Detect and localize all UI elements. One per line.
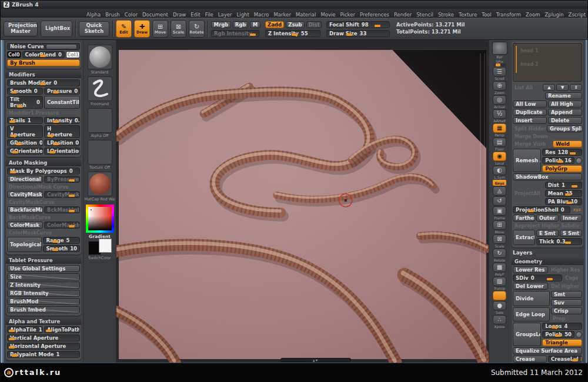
gizmo-rotate-button[interactable]: ↻Rotate <box>493 249 506 262</box>
bckmaskint[interactable]: BckMaskInt <box>44 206 80 213</box>
h-aperture[interactable]: H Aperture <box>44 125 80 138</box>
size[interactable]: Size <box>7 273 80 280</box>
projection-master-button[interactable]: Projection Master <box>4 21 38 36</box>
smooth-toggles-row[interactable]: E SmtS Smt <box>536 230 582 237</box>
scroll-button[interactable]: ☰Scroll <box>493 67 506 81</box>
scale-mode-button[interactable]: ⊠Scale <box>171 20 186 38</box>
v-aperture[interactable]: V Aperture <box>7 125 43 138</box>
texture-off-thumbnail[interactable] <box>88 140 112 165</box>
menu-texture[interactable]: Texture <box>459 12 477 18</box>
alphatile[interactable]: AlphaTile1 <box>7 326 43 333</box>
subtool-up-button[interactable]: ▲ <box>543 84 555 91</box>
grouploops-options[interactable]: Loops4Polish50Triangle <box>542 323 582 346</box>
menu-zoom[interactable]: Zoom <box>526 12 540 18</box>
intensity[interactable]: Intensity0.4 <box>44 117 80 124</box>
slider-handle[interactable] <box>53 120 59 123</box>
brushmod[interactable]: BrushMod <box>7 298 80 305</box>
transparency-button[interactable]: ▨Transp <box>493 277 506 290</box>
z-intensity[interactable]: Z Intensity <box>7 282 80 289</box>
lightbox-button[interactable]: LightBox <box>41 21 72 37</box>
subtool-item[interactable]: head 2 <box>520 62 578 67</box>
local-pivot-button[interactable]: ◉Local <box>493 152 506 165</box>
menu-movie[interactable]: Movie <box>320 12 335 18</box>
slider-handle[interactable] <box>547 278 553 280</box>
slider-handle[interactable] <box>528 210 534 212</box>
del-lower[interactable]: Del Lower <box>513 283 548 290</box>
suv[interactable]: Suv <box>551 299 582 306</box>
menu-draw[interactable]: Draw <box>173 12 186 18</box>
slider-handle[interactable] <box>69 179 75 182</box>
all-high[interactable]: All High <box>548 100 582 108</box>
slider-handle[interactable] <box>53 91 59 93</box>
colormaskint[interactable]: ColorMaskInt <box>44 222 80 229</box>
solo-button[interactable]: ●Solo <box>493 301 506 314</box>
menu-brush[interactable]: Brush <box>105 12 120 18</box>
edgeloop-options[interactable]: CrispProp <box>551 307 582 321</box>
thick[interactable]: Thick0.3 <box>536 238 582 245</box>
slider-handle[interactable] <box>16 143 22 145</box>
slider-handle[interactable] <box>46 330 52 332</box>
farthest[interactable]: Farthest <box>513 215 535 222</box>
polyframe-button[interactable]: ▩PolyF <box>493 263 506 276</box>
actual-size-button[interactable]: ◎Actual <box>493 95 506 109</box>
m-button[interactable]: M <box>250 21 260 28</box>
perspective-button[interactable]: ▦Persp <box>493 123 506 137</box>
vertical-aperture[interactable]: Vertical Aperture <box>7 334 80 341</box>
equalize-surface-area[interactable]: Equalize Surface Area <box>513 347 582 354</box>
slider-handle[interactable] <box>9 120 15 123</box>
colorblend[interactable]: ColorBlend0 <box>22 51 65 58</box>
slider-handle[interactable] <box>346 33 352 36</box>
polish[interactable]: Polish50 <box>542 331 574 338</box>
polish-mode-toggle[interactable] <box>576 158 582 164</box>
range[interactable]: Range5 <box>43 237 80 244</box>
slider-handle[interactable] <box>565 242 571 244</box>
directional[interactable]: Directional <box>7 176 43 183</box>
gizmo-move-button[interactable]: ⊞Move <box>493 220 506 234</box>
gizmo-scale-button[interactable]: ⊠Scale <box>493 234 506 248</box>
groupsloops[interactable]: GroupsLoops <box>513 323 541 346</box>
menu-color[interactable]: Color <box>125 12 138 18</box>
polish2-row[interactable]: Polish50 <box>542 331 582 338</box>
draw-mode-button[interactable]: ✚Draw <box>134 20 150 38</box>
canvas-scrollbar[interactable]: ▲▼ <box>280 358 351 362</box>
spix-track[interactable] <box>493 63 506 66</box>
layers-palette-header[interactable]: Layers <box>513 250 582 256</box>
menu-light[interactable]: Light <box>237 12 249 18</box>
slider-handle[interactable] <box>11 135 16 137</box>
misc-icon-2[interactable]: ↺ <box>493 196 506 206</box>
polish-row[interactable]: Polish16 <box>542 157 582 164</box>
cavitymask[interactable]: CavityMask <box>7 191 43 198</box>
color-picker[interactable] <box>86 205 114 233</box>
menu-alpha[interactable]: Alpha <box>86 12 101 18</box>
menu-zplugin[interactable]: Zplugin <box>544 12 563 18</box>
switch-color-widget[interactable] <box>88 241 112 255</box>
remesh-all[interactable]: Remesh All <box>513 149 541 172</box>
slider-handle[interactable] <box>9 330 15 332</box>
bypressure[interactable]: ByPressure <box>44 176 80 183</box>
misc-icon-1[interactable]: ◬ <box>493 186 506 196</box>
rotate-mode-button[interactable]: ↻Rotate <box>189 20 205 38</box>
slider-handle[interactable] <box>40 55 46 57</box>
trails[interactable]: Trails1 <box>7 117 43 124</box>
alpha-off-thumbnail[interactable] <box>88 108 112 133</box>
col1[interactable]: Col1 <box>66 51 80 58</box>
slider-handle[interactable] <box>12 151 18 153</box>
polypaint-mode[interactable]: Polypaint Mode1 <box>7 351 80 358</box>
edit-mode-button[interactable]: ✎Edit <box>116 20 132 38</box>
smooth[interactable]: Smooth0 <box>7 88 43 95</box>
mean[interactable]: Mean25 <box>545 190 582 197</box>
zadd-button[interactable]: Zadd <box>265 21 284 28</box>
loops[interactable]: Loops4 <box>542 323 582 330</box>
duplicate[interactable]: Duplicate <box>513 109 547 116</box>
horizontal-aperture[interactable]: Horizontal Aperture <box>7 343 80 350</box>
subtool-list[interactable]: head 1head 2 <box>513 43 582 82</box>
aligntopath[interactable]: AlignToPath <box>44 326 80 333</box>
floor-button[interactable]: ▤Floor <box>493 138 506 151</box>
slider-handle[interactable] <box>52 249 58 251</box>
dist-button[interactable]: Dist <box>306 21 322 28</box>
groups-split[interactable]: Groups Split <box>547 125 582 132</box>
slider-handle[interactable] <box>52 240 58 243</box>
creaselvl[interactable]: CreaseLvl15 <box>548 356 582 363</box>
shelf-alpha-off-selector[interactable]: Alpha Off <box>88 108 112 138</box>
triangle[interactable]: Triangle <box>542 339 582 346</box>
